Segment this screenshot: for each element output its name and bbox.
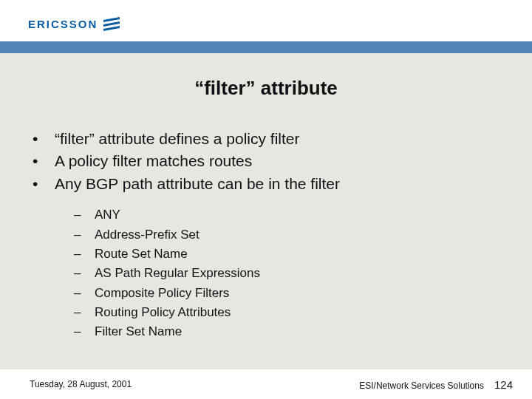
bullet-text: A policy filter matches routes — [55, 150, 252, 172]
footer-org: ESI/Network Services Solutions — [359, 381, 484, 391]
brand-logo: ERICSSON — [28, 18, 120, 30]
dash-icon: – — [74, 322, 95, 341]
bullet-list: • “filter” attribute defines a policy fi… — [33, 128, 502, 342]
bullet-mark-icon: • — [33, 150, 55, 172]
bullet-mark-icon: • — [33, 128, 55, 150]
list-item: – Address-Prefix Set — [74, 225, 502, 245]
sub-bullet-text: ANY — [95, 205, 120, 225]
bullet-text: “filter” attribute defines a policy filt… — [55, 128, 299, 150]
footer: Tuesday, 28 August, 2001 ESI/Network Ser… — [0, 369, 532, 399]
list-item: • A policy filter matches routes — [33, 150, 502, 172]
footer-date: Tuesday, 28 August, 2001 — [30, 379, 132, 389]
list-item: – Route Set Name — [74, 245, 502, 264]
dash-icon: – — [74, 303, 95, 322]
bullet-mark-icon: • — [33, 173, 55, 195]
content-area: “filter” attribute • “filter” attribute … — [0, 77, 532, 342]
footer-right: ESI/Network Services Solutions 124 — [359, 378, 513, 391]
list-item: – Routing Policy Attributes — [74, 303, 502, 322]
list-item: – Composite Policy Filters — [74, 284, 502, 303]
dash-icon: – — [74, 284, 95, 303]
dash-icon: – — [74, 225, 95, 245]
sub-bullet-list: – ANY – Address-Prefix Set – Route Set N… — [74, 205, 502, 341]
slide: ERICSSON “filter” attribute • “filter” a… — [0, 0, 532, 399]
list-item: – ANY — [74, 205, 502, 225]
sub-bullet-text: Composite Policy Filters — [95, 284, 229, 303]
brand-name: ERICSSON — [28, 18, 98, 30]
sub-bullet-text: Filter Set Name — [95, 322, 182, 341]
page-number: 124 — [494, 378, 513, 391]
page-title: “filter” attribute — [30, 77, 502, 100]
sub-bullet-text: Routing Policy Attributes — [95, 303, 231, 322]
accent-bar — [0, 41, 532, 53]
dash-icon: – — [74, 264, 95, 283]
bullet-text: Any BGP path attribute can be in the fil… — [55, 173, 340, 195]
list-item: – AS Path Regular Expressions — [74, 264, 502, 283]
brand-stripes-icon — [103, 17, 120, 31]
sub-bullet-text: Route Set Name — [95, 245, 188, 264]
sub-bullet-text: AS Path Regular Expressions — [95, 264, 260, 283]
list-item: • Any BGP path attribute can be in the f… — [33, 173, 502, 195]
dash-icon: – — [74, 205, 95, 225]
sub-bullet-text: Address-Prefix Set — [95, 225, 200, 245]
list-item: • “filter” attribute defines a policy fi… — [33, 128, 502, 150]
list-item: – Filter Set Name — [74, 322, 502, 341]
dash-icon: – — [74, 245, 95, 264]
header: ERICSSON — [0, 0, 532, 41]
